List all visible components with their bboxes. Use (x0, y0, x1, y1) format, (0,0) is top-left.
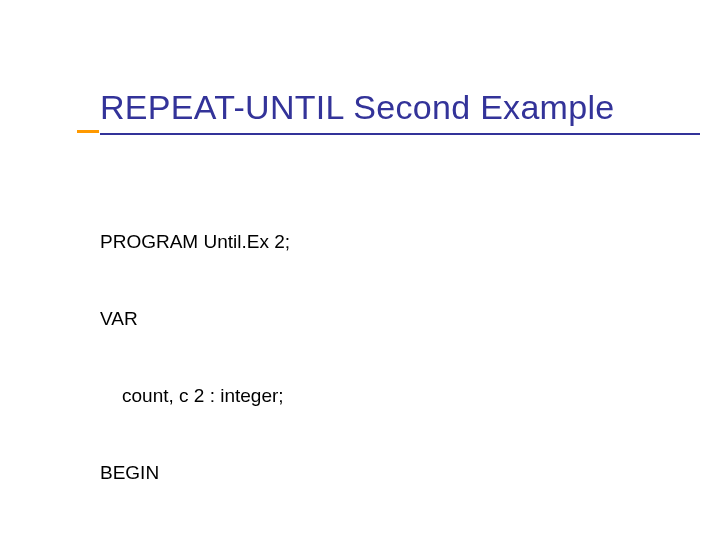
title-underline (100, 133, 700, 135)
title-wrap: REPEAT-UNTIL Second Example (100, 88, 700, 135)
slide: REPEAT-UNTIL Second Example PROGRAM Unti… (0, 0, 720, 540)
slide-title: REPEAT-UNTIL Second Example (100, 88, 700, 133)
code-line: count, c 2 : integer; (122, 383, 296, 409)
accent-bar (77, 130, 99, 133)
code-line: BEGIN (100, 460, 296, 486)
code-line: VAR (100, 306, 296, 332)
code-line: PROGRAM Until.Ex 2; (100, 229, 296, 255)
code-block: PROGRAM Until.Ex 2; VAR count, c 2 : int… (100, 178, 296, 540)
